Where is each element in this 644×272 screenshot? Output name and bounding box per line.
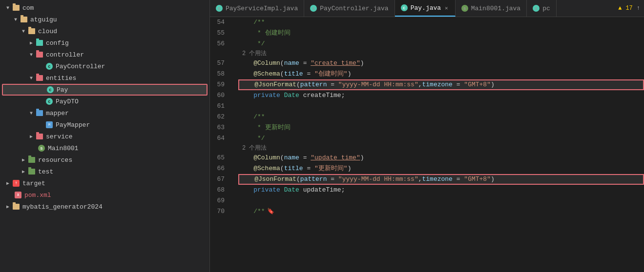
tab-close-pay[interactable]: ✕ [444, 4, 449, 12]
code-token: timezone [422, 174, 453, 185]
tree-item-cloud[interactable]: ▼ cloud [0, 25, 209, 37]
code-token: @Schema [238, 163, 280, 174]
code-token: */ [238, 133, 265, 144]
tree-item-pomxml[interactable]: X pom.xml [0, 189, 209, 201]
tab-label-pay: Pay.java [411, 4, 441, 12]
ln-59: 59 [210, 79, 229, 90]
code-token: createTime; [299, 90, 345, 101]
code-token: = [303, 163, 314, 174]
tree-item-test[interactable]: ▶ test [0, 166, 209, 177]
bookmark-icon: 🔖 [267, 206, 274, 217]
tree-item-mybatis[interactable]: ▶ mybatis_generator2024 [0, 201, 209, 213]
tree-item-mapper[interactable]: ▼ mapper [0, 107, 209, 119]
ln-70: 70 [210, 206, 229, 217]
ln-64: 64 [210, 133, 229, 144]
code-token: "create_time" [311, 58, 360, 69]
ln-62: 62 [210, 112, 229, 122]
code-token: ) [360, 153, 364, 163]
arrow-controller: ▼ [27, 52, 35, 58]
arrow-mapper: ▼ [27, 111, 35, 116]
folder-icon-target: T [12, 179, 21, 187]
mapper-icon-paymapper: M [45, 121, 54, 129]
tree-item-pay[interactable]: C Pay [2, 84, 208, 96]
tree-label-com: com [22, 4, 34, 12]
code-token: /** [238, 206, 265, 217]
code-token: Date [284, 185, 299, 195]
arrow-resources: ▶ [20, 157, 27, 163]
code-content: /** * 创建时间 */ 2 个用法 @Column(name = "crea… [234, 17, 644, 272]
code-token: , [418, 174, 422, 185]
tab-payserviceimpl[interactable]: C PayServiceImpl.java [210, 0, 304, 17]
arrow-com: ▼ [4, 5, 12, 11]
ln-65: 65 [210, 153, 229, 163]
tree-label-pomxml: pom.xml [24, 192, 51, 199]
tree-item-com[interactable]: ▼ com [0, 2, 209, 14]
code-token: @Column [238, 58, 280, 69]
code-token: @JsonFormat [239, 174, 296, 185]
line-numbers: 54 55 56 57 58 59 60 61 62 63 64 65 66 6… [210, 17, 234, 272]
code-line-70: /** 🔖 [238, 206, 644, 217]
tree-item-config[interactable]: ▶ config [0, 37, 209, 49]
tree-item-controller[interactable]: ▼ controller [0, 49, 209, 60]
ln-55: 55 [210, 28, 229, 39]
tree-label-entities: entities [46, 75, 76, 82]
warning-count: 17 [625, 5, 632, 12]
code-token: timezone [422, 79, 453, 90]
tree-item-atguigu[interactable]: ▼ atguigu [0, 14, 209, 25]
tree-item-paycontroller[interactable]: C PayController [0, 60, 209, 72]
code-line-58: @Schema(title = "创建时间") [238, 69, 644, 79]
tab-label-paycontroller: PayController.java [320, 5, 388, 12]
usage-hint-1: 2 个用法 [238, 48, 267, 59]
folder-icon-config [35, 39, 44, 47]
code-line-62: /** [238, 112, 644, 122]
code-line-54: /** [238, 17, 644, 28]
code-token: = [327, 79, 338, 90]
code-token: ( [280, 58, 284, 69]
code-token: pattern [300, 174, 327, 185]
folder-icon-test [27, 168, 36, 175]
folder-icon-controller [35, 51, 44, 58]
ln-56: 56 [210, 39, 229, 49]
tree-item-main8001[interactable]: S Main8001 [0, 142, 209, 154]
tab-paycontroller[interactable]: C PayController.java [304, 0, 395, 17]
code-area: 54 55 56 57 58 59 60 61 62 63 64 65 66 6… [210, 17, 644, 272]
code-token: "更新时间" [314, 163, 348, 174]
code-token: , [418, 79, 422, 90]
code-line-61 [238, 101, 644, 112]
usage-hint-2: 2 个用法 [238, 143, 267, 154]
code-token: */ [238, 39, 265, 49]
code-token: @JsonFormat [239, 79, 296, 90]
tree-label-main8001: Main8001 [48, 145, 78, 152]
tab-pay[interactable]: C Pay.java ✕ [395, 0, 456, 17]
code-token: /** [238, 17, 265, 28]
file-tree: ▼ com ▼ atguigu ▼ cloud ▶ config ▼ contr… [0, 0, 210, 272]
code-token: ) [348, 69, 352, 79]
code-line-65: @Column(name = "update_time") [238, 153, 644, 163]
tree-label-paycontroller: PayController [56, 63, 105, 70]
code-token: name [284, 153, 299, 163]
code-token: ) [491, 79, 495, 90]
tab-label-pc: pc [542, 5, 550, 12]
tree-item-service[interactable]: ▶ service [0, 131, 209, 142]
folder-icon-entities [35, 74, 44, 82]
code-line-59: @JsonFormat(pattern = "yyyy-MM-dd HH:mm:… [238, 79, 644, 90]
editor-warnings: ▲ 17 ↑ [618, 5, 644, 12]
tree-item-paydto[interactable]: C PayDTO [0, 96, 209, 107]
folder-icon-cloud [27, 27, 36, 35]
code-token: private [238, 90, 284, 101]
code-token: = [453, 79, 464, 90]
folder-icon-atguigu [20, 16, 28, 23]
tab-pc[interactable]: C pc [527, 0, 557, 17]
code-token: title [284, 163, 303, 174]
ln-60: 60 [210, 90, 229, 101]
tree-item-paymapper[interactable]: M PayMapper [0, 119, 209, 131]
tree-item-target[interactable]: ▶ T target [0, 177, 209, 189]
code-token: "yyyy-MM-dd HH:mm:ss" [338, 79, 418, 90]
tree-item-entities[interactable]: ▼ entities [0, 72, 209, 84]
code-token: /** [238, 112, 265, 122]
tab-icon-main8001: S [461, 5, 468, 12]
tab-main8001[interactable]: S Main8001.java [456, 0, 527, 17]
java-icon-pay: C [46, 86, 55, 94]
tree-item-resources[interactable]: ▶ resources [0, 154, 209, 166]
code-token: = [299, 153, 311, 163]
